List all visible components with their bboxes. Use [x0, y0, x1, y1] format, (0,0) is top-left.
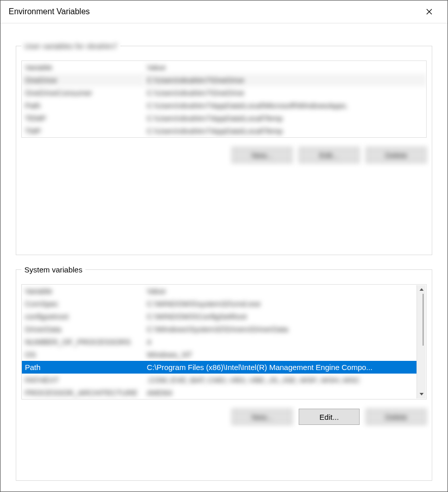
system-edit-button[interactable]: Edit... [299, 409, 360, 425]
table-row[interactable]: configsetroot C:\WINDOWS\ConfigSetRoot [22, 310, 418, 323]
system-delete-button[interactable]: Delete [366, 409, 427, 425]
user-edit-button[interactable]: Edit... [299, 147, 360, 163]
selected-variable-value: C:\Program Files (x86)\Intel\Intel(R) Ma… [144, 361, 418, 374]
titlebar: Environment Variables [1, 1, 447, 23]
system-new-button[interactable]: New... [232, 409, 293, 425]
column-header-variable[interactable]: Variable [22, 285, 144, 297]
table-row[interactable]: DriverData C:\Windows\System32\Drivers\D… [22, 323, 418, 335]
table-row[interactable]: ComSpec C:\WINDOWS\system32\cmd.exe [22, 297, 418, 310]
column-header-variable[interactable]: Variable [22, 61, 144, 74]
dialog-body: User variables for vbrahim7 Variable Val… [1, 23, 447, 492]
table-row[interactable]: TEMP C:\Users\vbrahim7\AppData\Local\Tem… [22, 112, 426, 125]
system-variables-group: System variables Variable Value [16, 265, 432, 481]
selected-variable-name: Path [22, 361, 144, 374]
table-row[interactable]: OneDrive C:\Users\vbrahim7\OneDrive [22, 74, 426, 86]
table-row[interactable]: NUMBER_OF_PROCESSORS 4 [22, 335, 418, 348]
table-row[interactable]: Path C:\Users\vbrahim7\AppData\Local\Mic… [22, 99, 426, 112]
window-title: Environment Variables [9, 7, 418, 16]
user-variables-table[interactable]: Variable Value OneDrive C:\Users\vbrahim… [21, 60, 427, 138]
table-row[interactable]: OneDriveConsumer C:\Users\vbrahim7\OneDr… [22, 86, 426, 99]
system-variables-legend: System variables [21, 265, 85, 274]
scroll-thumb[interactable] [423, 294, 424, 346]
user-new-button[interactable]: New... [232, 147, 293, 163]
system-buttons-row: New... Edit... Delete [21, 409, 427, 425]
table-row[interactable]: OS Windows_NT [22, 348, 418, 361]
user-delete-button[interactable]: Delete [366, 147, 427, 163]
column-header-value[interactable]: Value [144, 61, 426, 74]
table-row[interactable]: PROCESSOR_ARCHITECTURE AMD64 [22, 386, 418, 399]
user-buttons-row: New... Edit... Delete [21, 147, 427, 163]
close-icon[interactable] [418, 1, 440, 23]
column-header-value[interactable]: Value [144, 285, 418, 297]
scroll-down-icon[interactable] [417, 390, 426, 398]
scrollbar[interactable] [417, 285, 426, 398]
system-variables-table[interactable]: Variable Value ComSpec C:\WINDOWS\system… [21, 284, 427, 399]
user-variables-legend: User variables for vbrahim7 [21, 42, 120, 50]
table-row[interactable]: TMP C:\Users\vbrahim7\AppData\Local\Temp [22, 125, 426, 137]
table-row[interactable]: PATHEXT .COM;.EXE;.BAT;.CMD;.VBS;.VBE;.J… [22, 374, 418, 386]
scroll-up-icon[interactable] [417, 285, 426, 294]
environment-variables-dialog: Environment Variables User variables for… [0, 0, 448, 492]
user-variables-group: User variables for vbrahim7 Variable Val… [16, 42, 432, 255]
table-row-selected[interactable]: Path C:\Program Files (x86)\Intel\Intel(… [22, 361, 418, 374]
